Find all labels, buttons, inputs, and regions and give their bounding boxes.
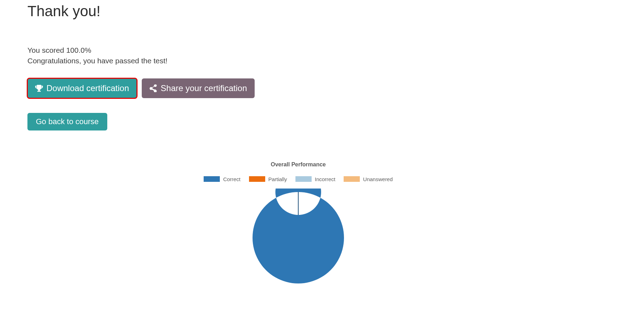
legend-item-incorrect[interactable]: Incorrect xyxy=(295,176,335,182)
legend-swatch-correct xyxy=(204,176,220,182)
score-text: You scored 100.0% xyxy=(27,45,644,56)
legend-label-unanswered: Unanswered xyxy=(363,176,393,182)
share-certification-label: Share your certification xyxy=(161,83,247,93)
legend-label-incorrect: Incorrect xyxy=(315,176,335,182)
legend-item-unanswered[interactable]: Unanswered xyxy=(344,176,393,182)
go-back-to-course-button[interactable]: Go back to course xyxy=(27,113,107,130)
legend-item-partially[interactable]: Partially xyxy=(249,176,287,182)
legend-item-correct[interactable]: Correct xyxy=(204,176,240,182)
legend-swatch-partially xyxy=(249,176,265,182)
download-certification-button[interactable]: Download certification xyxy=(27,78,137,98)
legend-label-partially: Partially xyxy=(268,176,287,182)
download-certification-label: Download certification xyxy=(46,83,129,93)
donut-chart-wrap xyxy=(122,189,474,287)
legend-swatch-incorrect xyxy=(295,176,312,182)
chart-title: Overall Performance xyxy=(122,161,474,168)
action-button-row: Download certification Share your certif… xyxy=(27,78,644,98)
share-certification-button[interactable]: Share your certification xyxy=(142,78,255,98)
congrats-text: Congratulations, you have passed the tes… xyxy=(27,56,644,66)
share-icon xyxy=(149,84,157,92)
trophy-icon xyxy=(35,84,43,92)
page-title: Thank you! xyxy=(27,3,644,20)
legend-swatch-unanswered xyxy=(344,176,360,182)
legend-label-correct: Correct xyxy=(223,176,240,182)
go-back-label: Go back to course xyxy=(36,117,99,126)
chart-section: Overall Performance Correct Partially In… xyxy=(122,161,474,287)
chart-legend: Correct Partially Incorrect Unanswered xyxy=(122,176,474,182)
donut-chart xyxy=(249,189,347,287)
